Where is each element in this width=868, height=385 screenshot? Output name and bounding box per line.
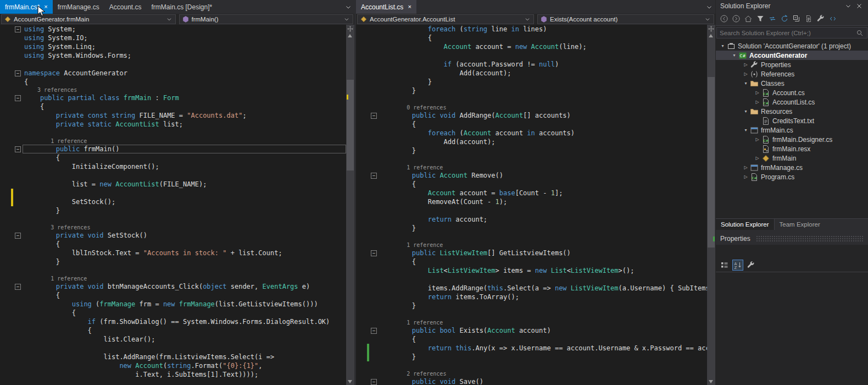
code-line[interactable]: list.Clear(); xyxy=(0,335,346,344)
tree-item-accountlist-cs[interactable]: ▷C#AccountList.cs xyxy=(716,97,868,107)
code-line[interactable]: } xyxy=(356,301,707,310)
code-line[interactable] xyxy=(356,95,707,104)
code-line[interactable]: if (account.Password != null) xyxy=(356,60,707,69)
tree-item-frmmain[interactable]: ▷frmMain xyxy=(716,153,868,163)
tab-close-icon[interactable]: × xyxy=(408,4,411,10)
codelens-line[interactable]: 1 reference xyxy=(0,138,346,145)
code-line[interactable]: Account account = base[Count - 1]; xyxy=(356,189,707,197)
document-tab[interactable]: frmMain.cs*× xyxy=(0,0,53,14)
expander-icon[interactable]: ▾ xyxy=(742,128,749,133)
code-line[interactable]: − public void Save() xyxy=(356,377,707,385)
code-line[interactable]: − public bool Exists(Account account) xyxy=(356,326,707,335)
code-line[interactable]: private static AccountList list; xyxy=(0,120,346,129)
vertical-scrollbar[interactable] xyxy=(707,25,715,385)
code-line[interactable]: − private void btnManageAccounts_Click(o… xyxy=(0,282,346,291)
expander-icon[interactable]: ▷ xyxy=(742,174,749,179)
code-line[interactable]: −using System; xyxy=(0,25,346,34)
code-line[interactable]: return account; xyxy=(356,215,707,224)
tree-item-resources[interactable]: ▾Resources xyxy=(716,107,868,116)
code-line[interactable]: Add(account); xyxy=(356,69,707,78)
code-line[interactable]: i.Text, i.SubItems[1].Text)))); xyxy=(0,370,346,379)
code-line[interactable]: foreach (Account account in accounts) xyxy=(356,129,707,138)
view-code-icon[interactable] xyxy=(827,13,838,24)
expander-icon[interactable]: ▷ xyxy=(754,100,761,105)
home-icon[interactable] xyxy=(743,13,754,24)
code-line[interactable]: − public partial class frmMain : Form xyxy=(0,94,346,102)
code-line[interactable]: return items.ToArray(); xyxy=(356,293,707,301)
code-line[interactable]: using System.Linq; xyxy=(0,42,346,51)
fold-collapse-icon[interactable]: − xyxy=(15,26,21,32)
tree-item-frmmain-cs[interactable]: ▾frmMain.cs xyxy=(716,125,868,135)
tree-item-frmmanage-cs[interactable]: ▷frmManage.cs xyxy=(716,163,868,172)
code-editor-frmMain[interactable]: −using System;using System.IO;using Syst… xyxy=(0,25,354,385)
tool-window-tab[interactable]: Team Explorer xyxy=(774,219,825,230)
tab-list-chevron-icon[interactable] xyxy=(705,3,714,12)
expander-icon[interactable]: ▷ xyxy=(742,165,749,170)
code-line[interactable]: { xyxy=(0,153,346,162)
fold-collapse-icon[interactable]: − xyxy=(371,250,377,256)
code-line[interactable]: − public frmMain() xyxy=(0,145,346,153)
expander-icon[interactable]: ▷ xyxy=(754,156,761,161)
search-solution-explorer-input[interactable]: Search Solution Explorer (Ctrl+;) xyxy=(716,26,868,40)
code-line[interactable]: SetStock(); xyxy=(0,197,346,206)
expander-icon[interactable]: ▾ xyxy=(719,43,726,48)
code-line[interactable]: items.AddRange(this.Select(a => new List… xyxy=(356,284,707,293)
vertical-scrollbar[interactable] xyxy=(346,25,354,385)
codelens-line[interactable]: 3 references xyxy=(0,224,346,231)
code-line[interactable] xyxy=(356,361,707,370)
expander-icon[interactable]: ▷ xyxy=(754,90,761,95)
code-editor-AccountList[interactable]: foreach (string line in lines) { Account… xyxy=(356,25,715,385)
code-line[interactable]: list.AddRange(frm.ListviewItems.Select(i… xyxy=(0,353,346,361)
code-line[interactable]: using System.Windows.Forms; xyxy=(0,51,346,60)
codelens-line[interactable]: 1 reference xyxy=(356,319,707,326)
code-line[interactable]: { xyxy=(0,78,346,86)
codelens-line[interactable]: 1 reference xyxy=(356,164,707,171)
tree-item-accountgenerator[interactable]: ▾C#AccountGenerator xyxy=(716,51,868,60)
properties-panel-header[interactable]: Properties xyxy=(716,233,868,245)
member-dropdown-right[interactable]: Exists(Account account) xyxy=(537,14,714,24)
search-icon[interactable] xyxy=(855,29,864,37)
tab-close-icon[interactable]: × xyxy=(44,4,47,10)
fold-collapse-icon[interactable]: − xyxy=(371,379,377,385)
scrollbar-thumb[interactable] xyxy=(347,80,354,170)
code-line[interactable]: return this.Any(x => x.Username == accou… xyxy=(356,344,707,353)
codelens-line[interactable]: 1 reference xyxy=(0,275,346,282)
code-line[interactable] xyxy=(0,344,346,353)
fold-collapse-icon[interactable]: − xyxy=(371,113,377,119)
scroll-down-icon[interactable] xyxy=(348,380,352,383)
expander-icon[interactable]: ▷ xyxy=(754,137,761,142)
fold-collapse-icon[interactable]: − xyxy=(371,173,377,179)
tree-item-properties[interactable]: ▷Properties xyxy=(716,60,868,69)
type-dropdown-left[interactable]: AccountGenerator.frmMain xyxy=(1,14,176,24)
code-line[interactable]: Add(account); xyxy=(356,138,707,146)
code-line[interactable]: { xyxy=(356,34,707,42)
code-line[interactable]: if (frm.ShowDialog() == System.Windows.F… xyxy=(0,317,346,326)
code-line[interactable]: { xyxy=(356,257,707,266)
split-grip-icon[interactable] xyxy=(347,25,354,32)
code-line[interactable]: { xyxy=(356,335,707,344)
sync-icon[interactable] xyxy=(767,13,778,24)
code-line[interactable]: List<ListViewItem> items = new List<List… xyxy=(356,266,707,275)
scroll-up-icon[interactable] xyxy=(709,34,713,37)
code-line[interactable] xyxy=(0,266,346,275)
scroll-up-icon[interactable] xyxy=(348,34,352,37)
expander-icon[interactable]: ▾ xyxy=(742,109,749,114)
fold-collapse-icon[interactable]: − xyxy=(15,146,21,152)
document-tab[interactable]: AccountList.cs× xyxy=(356,0,416,14)
scroll-down-icon[interactable] xyxy=(709,380,713,383)
fold-collapse-icon[interactable]: − xyxy=(15,284,21,290)
code-line[interactable] xyxy=(356,51,707,60)
code-line[interactable]: } xyxy=(0,257,346,266)
filter-icon[interactable] xyxy=(755,13,766,24)
code-line[interactable]: } xyxy=(356,78,707,86)
code-line[interactable]: list = new AccountList(FILE_NAME); xyxy=(0,180,346,189)
document-tab[interactable]: frmMain.cs [Design]* xyxy=(147,0,218,14)
code-line[interactable] xyxy=(356,155,707,164)
fold-collapse-icon[interactable]: − xyxy=(15,70,21,76)
split-grip-icon[interactable] xyxy=(708,25,715,32)
panel-menu-chevron-icon[interactable] xyxy=(844,2,853,10)
code-line[interactable]: − public Account Remove() xyxy=(356,171,707,180)
tool-window-tab[interactable]: Solution Explorer xyxy=(716,219,774,230)
code-line[interactable]: InitializeComponent(); xyxy=(0,162,346,171)
fold-collapse-icon[interactable]: − xyxy=(371,328,377,334)
